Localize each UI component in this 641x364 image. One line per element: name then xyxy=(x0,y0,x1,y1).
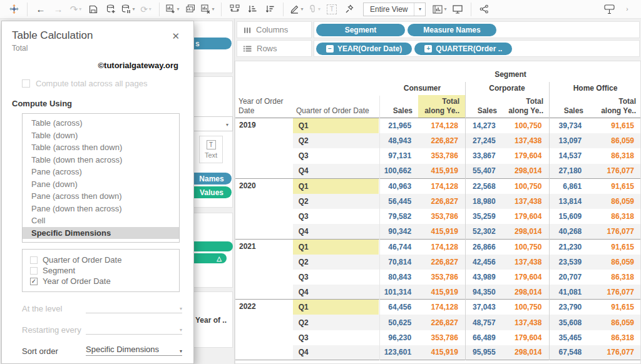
sales-value-cell[interactable]: 95,955 xyxy=(464,345,502,360)
chevron-down-icon[interactable]: ▾ xyxy=(414,3,425,16)
total-value-cell[interactable]: 174,128 xyxy=(418,300,464,315)
sales-value-cell[interactable]: 67,548 xyxy=(548,345,588,360)
total-value-cell[interactable]: 176,077 xyxy=(588,285,640,299)
total-value-cell[interactable]: 226,827 xyxy=(418,194,464,209)
sales-value-cell[interactable]: 39,734 xyxy=(548,118,588,133)
quarter-cell[interactable]: Q3 xyxy=(293,209,379,224)
sales-value-cell[interactable]: 46,744 xyxy=(379,240,418,255)
sales-value-cell[interactable]: 27,180 xyxy=(548,164,588,178)
sales-value-cell[interactable]: 14,273 xyxy=(464,118,502,133)
swap-rows-columns-icon[interactable] xyxy=(228,1,242,18)
quarter-cell[interactable]: Q2 xyxy=(293,194,379,209)
restarting-every-dropdown[interactable]: ▾ xyxy=(86,323,182,335)
total-value-cell[interactable]: 298,014 xyxy=(502,164,548,178)
sales-value-cell[interactable]: 40,963 xyxy=(379,179,418,194)
sales-value-cell[interactable]: 35,608 xyxy=(548,315,588,330)
sales-value-cell[interactable]: 40,268 xyxy=(548,224,588,238)
compute-using-option[interactable]: Pane (across) xyxy=(23,166,179,178)
sort-descending-icon[interactable] xyxy=(263,1,277,18)
quarter-cell[interactable]: Q1 xyxy=(293,118,379,133)
year-of-pill-fragment[interactable]: Year of .. xyxy=(195,316,227,325)
sales-value-cell[interactable]: 96,230 xyxy=(379,330,418,345)
total-value-cell[interactable]: 100,750 xyxy=(502,240,548,255)
total-value-cell[interactable]: 86,059 xyxy=(588,133,640,148)
total-value-cell[interactable]: 86,059 xyxy=(588,255,640,270)
fix-axes-icon[interactable] xyxy=(342,1,356,18)
total-value-cell[interactable]: 100,750 xyxy=(502,179,548,194)
sales-value-cell[interactable]: 26,866 xyxy=(464,240,502,255)
forward-icon[interactable]: → xyxy=(51,1,65,18)
total-value-cell[interactable]: 176,077 xyxy=(588,345,640,360)
add-data-source-icon[interactable] xyxy=(104,1,118,18)
compute-using-option[interactable]: Table (down) xyxy=(23,129,179,142)
quarter-cell[interactable]: Q2 xyxy=(293,315,379,330)
show-me-icon[interactable] xyxy=(603,1,617,18)
total-value-cell[interactable]: 174,128 xyxy=(418,118,464,133)
compute-using-option[interactable]: Table (across) xyxy=(23,117,179,129)
total-value-cell[interactable]: 353,786 xyxy=(418,270,464,285)
sales-value-cell[interactable]: 123,601 xyxy=(379,345,418,360)
quarter-cell[interactable]: Q3 xyxy=(293,148,379,163)
sales-value-cell[interactable]: 23,539 xyxy=(548,255,588,270)
total-value-cell[interactable]: 91,615 xyxy=(588,179,640,194)
sales-value-cell[interactable]: 22,568 xyxy=(464,179,502,194)
sales-value-cell[interactable]: 21,965 xyxy=(379,118,418,133)
quarter-cell[interactable]: Q4 xyxy=(293,164,379,178)
total-value-cell[interactable]: 174,128 xyxy=(418,240,464,255)
total-value-cell[interactable]: 415,919 xyxy=(418,345,464,360)
sales-value-cell[interactable]: 6,861 xyxy=(548,179,588,194)
quarter-cell[interactable]: Q2 xyxy=(293,133,379,148)
quarter-cell[interactable]: Q3 xyxy=(293,270,379,285)
checkbox-icon[interactable] xyxy=(30,267,38,275)
collapse-panel-icon[interactable]: › xyxy=(620,1,634,18)
total-value-cell[interactable]: 100,750 xyxy=(502,118,548,133)
sales-value-cell[interactable]: 35,259 xyxy=(464,209,502,224)
at-the-level-dropdown[interactable]: ▾ xyxy=(86,302,182,313)
compute-using-option[interactable]: Specific Dimensions xyxy=(23,227,179,240)
shelf-pill[interactable]: −YEAR(Order Date) xyxy=(316,43,412,55)
compute-using-option[interactable]: Cell xyxy=(23,215,179,227)
compute-using-option[interactable]: Pane (down) xyxy=(23,178,179,191)
presentation-mode-icon[interactable] xyxy=(451,1,464,18)
total-value-cell[interactable]: 298,014 xyxy=(502,224,548,238)
measure-names-pill-fragment[interactable]: Names xyxy=(188,173,232,185)
share-workbook-icon[interactable] xyxy=(478,1,491,18)
sales-value-cell[interactable]: 97,131 xyxy=(379,148,418,163)
group-members-icon[interactable]: ▾ xyxy=(307,1,321,18)
dimension-row[interactable]: ✓Year of Order Date xyxy=(30,276,179,286)
new-worksheet-icon[interactable]: ▾ xyxy=(166,1,180,18)
expand-icon[interactable]: + xyxy=(424,45,432,53)
total-value-cell[interactable]: 353,786 xyxy=(418,148,464,163)
quarter-cell[interactable]: Q4 xyxy=(293,285,379,299)
total-value-cell[interactable]: 179,604 xyxy=(502,148,548,163)
total-value-cell[interactable]: 298,014 xyxy=(502,345,548,360)
total-value-cell[interactable]: 179,604 xyxy=(502,330,548,345)
show-mark-labels-icon[interactable]: ▾ xyxy=(433,1,446,18)
sales-value-cell[interactable]: 35,465 xyxy=(548,330,588,345)
shelf-pill[interactable]: Segment xyxy=(316,24,405,36)
sales-value-cell[interactable]: 43,989 xyxy=(464,270,502,285)
total-value-cell[interactable]: 86,318 xyxy=(588,209,640,224)
quarter-cell[interactable]: Q1 xyxy=(293,300,379,315)
refresh-data-icon[interactable]: ⟳▾ xyxy=(139,1,153,18)
total-value-cell[interactable]: 176,077 xyxy=(588,224,640,238)
quarter-cell[interactable]: Q2 xyxy=(293,255,379,270)
columns-pillbox[interactable]: SegmentMeasure Names xyxy=(314,21,640,38)
total-value-cell[interactable]: 226,827 xyxy=(418,255,464,270)
total-value-cell[interactable]: 100,750 xyxy=(502,300,548,315)
sales-value-cell[interactable]: 42,456 xyxy=(464,255,502,270)
filter-pill-fragment[interactable]: s xyxy=(192,38,232,49)
close-icon[interactable]: ✕ xyxy=(169,29,182,43)
quarter-cell[interactable]: Q1 xyxy=(293,240,379,255)
quarter-cell[interactable]: Q4 xyxy=(293,345,379,360)
sales-value-cell[interactable]: 50,625 xyxy=(379,315,418,330)
total-value-cell[interactable]: 91,615 xyxy=(588,240,640,255)
sales-value-cell[interactable]: 79,582 xyxy=(379,209,418,224)
sales-value-cell[interactable]: 27,245 xyxy=(464,133,502,148)
sales-value-cell[interactable]: 56,445 xyxy=(379,194,418,209)
sales-value-cell[interactable]: 48,757 xyxy=(464,315,502,330)
sales-value-cell[interactable]: 94,350 xyxy=(464,285,502,299)
total-value-cell[interactable]: 86,318 xyxy=(588,148,640,163)
redo-icon[interactable]: ↷▾ xyxy=(69,1,83,18)
shelf-pill[interactable]: Measure Names xyxy=(408,24,496,36)
